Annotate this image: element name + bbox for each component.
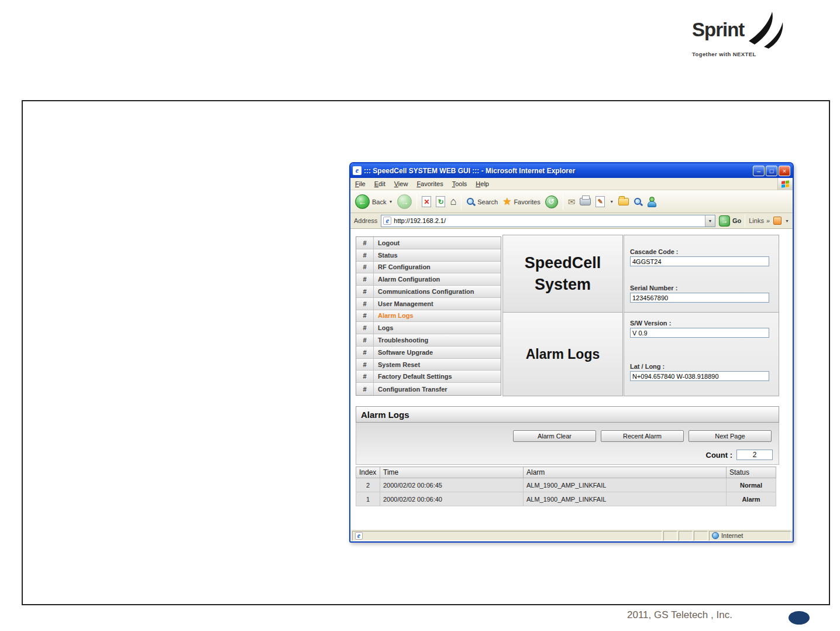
back-dropdown-icon[interactable]: ▼ — [388, 200, 393, 204]
links-button[interactable]: Links » — [749, 217, 770, 224]
forward-icon: → — [397, 194, 412, 209]
sidebar-item-system-reset[interactable]: # System Reset — [356, 359, 501, 371]
cell-alarm: ALM_1900_AMP_LINKFAIL — [524, 478, 727, 492]
cell-index: 1 — [356, 492, 380, 506]
forward-button[interactable]: → — [397, 194, 412, 209]
menu-help[interactable]: Help — [476, 180, 489, 187]
hash-bullet: # — [356, 359, 374, 371]
hash-bullet: # — [356, 334, 374, 346]
sidebar-item-factory-default-settings[interactable]: # Factory Default Settings — [356, 371, 501, 383]
section-title: Alarm Logs — [356, 406, 779, 423]
sidebar-item-communications-configuration[interactable]: # Communications Configuration — [356, 286, 501, 298]
browser-menubar: File Edit View Favorites Tools Help — [350, 178, 793, 190]
menu-favorites[interactable]: Favorites — [416, 180, 443, 187]
next-page-button[interactable]: Next Page — [688, 430, 772, 442]
page-title: Alarm Logs — [503, 313, 622, 396]
mail-button[interactable]: ✉ — [568, 197, 576, 207]
minimize-button[interactable]: – — [753, 166, 765, 176]
hash-bullet: # — [356, 298, 374, 310]
sidebar-item-alarm-configuration[interactable]: # Alarm Configuration — [356, 273, 501, 286]
address-dropdown-icon[interactable]: ▼ — [705, 215, 715, 227]
sidebar-item-logout[interactable]: # Logout — [356, 237, 501, 249]
address-page-icon: e — [383, 217, 391, 225]
search-label: Search — [477, 198, 498, 205]
back-label: Back — [372, 198, 386, 205]
sidebar-item-troubleshooting[interactable]: # Troubleshooting — [356, 334, 501, 347]
stop-icon: ✕ — [424, 198, 429, 206]
cell-alarm: ALM_1900_AMP_LINKFAIL — [524, 492, 727, 506]
sidebar-item-alarm-logs[interactable]: # Alarm Logs — [356, 310, 501, 323]
favorites-label: Favorites — [514, 198, 540, 205]
recent-alarm-button[interactable]: Recent Alarm — [601, 430, 684, 442]
cell-index: 2 — [356, 478, 380, 492]
refresh-icon: ↻ — [438, 198, 443, 206]
hash-bullet: # — [356, 237, 374, 249]
stop-button[interactable]: ✕ — [422, 196, 431, 207]
info-panel: Cascade Code : Serial Number : S/W Versi… — [624, 235, 779, 396]
lat-long-label: Lat / Long : — [630, 363, 665, 370]
go-button[interactable]: → Go — [719, 215, 741, 227]
sidebar-item-rf-configuration[interactable]: # RF Configuration — [356, 262, 501, 274]
alarm-clear-button[interactable]: Alarm Clear — [513, 430, 596, 442]
menu-edit[interactable]: Edit — [374, 180, 385, 187]
messenger-button[interactable] — [647, 197, 656, 207]
statusbar-segment — [694, 531, 708, 541]
statusbar-main-segment: e — [352, 531, 662, 541]
windows-logo-icon — [777, 178, 793, 190]
history-button[interactable]: ↺ — [545, 196, 558, 208]
serial-number-field[interactable] — [630, 293, 769, 303]
search-icon — [466, 197, 475, 206]
search-button[interactable]: Search — [466, 197, 498, 206]
sidebar-item-user-management[interactable]: # User Management — [356, 298, 501, 310]
cell-time: 2000/02/02 00:06:45 — [380, 478, 524, 492]
sidebar-item-status[interactable]: # Status — [356, 249, 501, 262]
lat-long-field[interactable] — [630, 371, 769, 381]
statusbar-zone-segment: Internet — [709, 531, 791, 541]
home-button[interactable]: ⌂ — [450, 196, 456, 208]
hash-bullet: # — [356, 286, 374, 297]
cascade-code-label: Cascade Code : — [630, 248, 679, 255]
address-input[interactable]: e http://192.168.2.1/ ▼ — [381, 215, 715, 227]
browser-titlebar[interactable]: e ::: SpeedCell SYSTEM WEB GUI ::: - Mic… — [350, 163, 793, 178]
browser-statusbar: e Internet — [350, 529, 793, 541]
maximize-button[interactable]: □ — [766, 166, 777, 176]
sidebar-item-software-upgrade[interactable]: # Software Upgrade — [356, 347, 501, 359]
system-title: SpeedCell System — [503, 235, 622, 313]
hash-bullet: # — [356, 347, 374, 358]
folders-button[interactable] — [618, 198, 629, 205]
links-dropdown-icon[interactable]: ▼ — [785, 219, 789, 223]
hash-bullet: # — [356, 262, 374, 273]
alarm-log-table: Index Time Alarm Status 2 2000/02/02 00:… — [356, 467, 776, 506]
sw-version-field[interactable] — [630, 328, 769, 338]
links-bar-icon[interactable] — [773, 217, 782, 225]
count-label: Count : — [706, 451, 732, 459]
count-field[interactable] — [736, 450, 773, 460]
menu-tools[interactable]: Tools — [452, 180, 467, 187]
favorites-button[interactable]: ★ Favorites — [502, 197, 541, 207]
favorites-star-icon: ★ — [502, 197, 511, 207]
title-panel: SpeedCell System Alarm Logs — [502, 235, 623, 396]
refresh-button[interactable]: ↻ — [436, 196, 445, 207]
cascade-code-field[interactable] — [630, 256, 769, 266]
menu-file[interactable]: File — [355, 180, 366, 187]
edit-button[interactable]: ✎ — [595, 196, 605, 207]
menu-view[interactable]: View — [394, 180, 408, 187]
address-url: http://192.168.2.1/ — [394, 217, 446, 224]
table-row: 2 2000/02/02 00:06:45 ALM_1900_AMP_LINKF… — [356, 478, 776, 492]
back-button[interactable]: ← Back ▼ — [355, 194, 393, 209]
go-arrow-icon: → — [719, 215, 730, 227]
back-icon: ← — [355, 194, 370, 209]
close-button[interactable]: × — [779, 166, 790, 176]
edit-icon: ✎ — [598, 198, 603, 205]
toolbar-dropdown-icon[interactable]: ▼ — [610, 200, 614, 204]
sidebar-menu: # Logout # Status # RF Configuration # A… — [356, 236, 501, 396]
sidebar-item-configuration-transfer[interactable]: # Configuration Transfer — [356, 383, 501, 395]
print-button[interactable] — [580, 198, 591, 205]
address-label: Address — [354, 217, 377, 224]
toolbar-separator — [416, 194, 417, 210]
col-header-status: Status — [727, 467, 776, 478]
hash-bullet: # — [356, 383, 374, 395]
sidebar-item-logs[interactable]: # Logs — [356, 322, 501, 334]
research-button[interactable] — [634, 197, 642, 206]
statusbar-page-icon: e — [355, 532, 363, 540]
